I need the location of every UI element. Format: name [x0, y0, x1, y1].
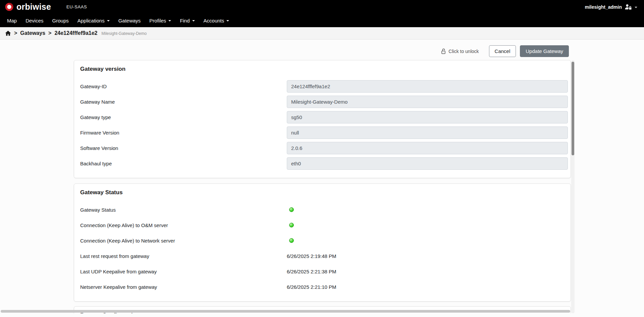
field-label: Last UDP Keepalive from gateway: [80, 269, 287, 274]
actions-row: Click to unlock Cancel Update Gateway: [0, 40, 571, 57]
nav-item-accounts[interactable]: Accounts: [199, 14, 234, 27]
main-nav: Map Devices Groups Applications Gateways…: [0, 14, 644, 27]
software-version-input[interactable]: [287, 142, 568, 154]
backhaul-type-input[interactable]: [287, 157, 568, 170]
breadcrumb-separator: >: [48, 30, 51, 36]
field-row: Firmware Version: [80, 125, 568, 140]
nav-label: Accounts: [204, 18, 224, 23]
orbiwise-logo-icon: [5, 2, 14, 11]
card-title: Gateway Status: [80, 189, 568, 196]
field-label: Connection (Keep Alive) to O&M server: [80, 222, 287, 228]
chevron-down-icon: [635, 7, 637, 8]
breadcrumb-gateway-name: Milesight-Gateway-Demo: [102, 31, 147, 36]
breadcrumb-separator: >: [14, 30, 17, 36]
status-row: Connection (Keep Alive) to O&M server: [80, 217, 568, 233]
field-label: Gateway Name: [80, 99, 287, 105]
last-rest-request-timestamp: 6/26/2025 2:19:48 PM: [287, 253, 336, 259]
gateway-status-card: Gateway Status Gateway Status Connection…: [74, 183, 571, 302]
field-label: Software Version: [80, 145, 287, 151]
top-bar: orbiwise EU-SAAS milesight_admin Map: [0, 0, 644, 27]
field-label: Gateway type: [80, 114, 287, 120]
breadcrumb: > Gateways > 24e124fffef9a1e2 Milesight-…: [0, 27, 644, 40]
nav-item-applications[interactable]: Applications: [73, 14, 114, 27]
status-led-green: [289, 238, 294, 243]
field-row: Gateway type: [80, 109, 568, 125]
unlock-label: Click to unlock: [448, 49, 479, 54]
field-label: Connection (Keep Alive) to Network serve…: [80, 238, 287, 244]
gateway-id-input[interactable]: [287, 80, 568, 93]
vertical-scrollbar-thumb[interactable]: [572, 62, 574, 155]
brand-logo[interactable]: orbiwise: [5, 2, 51, 12]
nav-label: Applications: [77, 18, 105, 23]
field-label: Netserver Keepalive from gateway: [80, 284, 287, 290]
top-bar-row1: orbiwise EU-SAAS milesight_admin: [0, 0, 644, 14]
chevron-down-icon: [192, 20, 195, 21]
field-row: Software Version: [80, 140, 568, 156]
user-lock-icon: [625, 4, 632, 10]
status-led-green: [289, 223, 294, 227]
home-link[interactable]: [5, 31, 11, 36]
status-row: Last rest request from gateway 6/26/2025…: [80, 248, 568, 264]
nav-label: Profiles: [149, 18, 166, 23]
nav-label: Devices: [25, 18, 43, 23]
gateway-version-card: Gateway version Gateway-ID Gateway Name …: [74, 60, 571, 178]
vertical-scrollbar[interactable]: [571, 60, 575, 313]
status-row: Last UDP Keepalive from gateway 6/26/202…: [80, 264, 568, 279]
netserver-keepalive-timestamp: 6/26/2025 2:21:10 PM: [287, 284, 336, 290]
horizontal-scrollbar[interactable]: [1, 310, 570, 313]
chevron-down-icon: [168, 20, 171, 21]
nav-item-map[interactable]: Map: [3, 14, 21, 27]
unlock-toggle[interactable]: Click to unlock: [441, 48, 479, 54]
home-icon: [5, 31, 11, 36]
status-row: Netserver Keepalive from gateway 6/26/20…: [80, 279, 568, 295]
breadcrumb-current-gateway-id: 24e124fffef9a1e2: [54, 30, 97, 36]
field-row: Gateway-ID: [80, 78, 568, 94]
chevron-down-icon: [226, 20, 229, 21]
horizontal-scrollbar-thumb[interactable]: [1, 310, 570, 313]
field-label: Last rest request from gateway: [80, 253, 287, 259]
status-led-green: [289, 207, 294, 212]
nav-item-find[interactable]: Find: [175, 14, 199, 27]
cancel-button[interactable]: Cancel: [489, 45, 516, 57]
brand-name: orbiwise: [16, 2, 51, 12]
scroll-region: Click to unlock Cancel Update Gateway Ga…: [0, 40, 571, 313]
field-label: Backhaul type: [80, 161, 287, 166]
user-name: milesight_admin: [585, 4, 622, 10]
breadcrumb-gateways-link[interactable]: Gateways: [20, 30, 45, 36]
gateway-type-input[interactable]: [287, 111, 568, 123]
nav-label: Gateways: [118, 18, 141, 23]
nav-label: Groups: [52, 18, 69, 23]
nav-item-gateways[interactable]: Gateways: [114, 14, 145, 27]
status-row: Gateway Status: [80, 202, 568, 217]
field-label: Firmware Version: [80, 130, 287, 136]
field-row: Backhaul type: [80, 156, 568, 171]
field-label: Gateway Status: [80, 207, 287, 213]
nav-label: Find: [180, 18, 190, 23]
firmware-version-input[interactable]: [287, 126, 568, 139]
nav-item-profiles[interactable]: Profiles: [145, 14, 175, 27]
page: orbiwise EU-SAAS milesight_admin Map: [0, 0, 644, 317]
user-menu[interactable]: milesight_admin: [585, 4, 637, 10]
field-row: Gateway Name: [80, 94, 568, 109]
status-row: Connection (Keep Alive) to Network serve…: [80, 233, 568, 248]
chevron-down-icon: [107, 20, 110, 21]
environment-label: EU-SAAS: [66, 4, 87, 9]
card-title: Gateway version: [80, 66, 568, 72]
unlock-icon: [441, 48, 446, 54]
nav-item-groups[interactable]: Groups: [48, 14, 73, 27]
gateway-name-input[interactable]: [287, 96, 568, 108]
update-gateway-button[interactable]: Update Gateway: [520, 45, 569, 57]
nav-item-devices[interactable]: Devices: [21, 14, 48, 27]
nav-label: Map: [7, 18, 17, 23]
last-udp-keepalive-timestamp: 6/26/2025 2:21:38 PM: [287, 269, 336, 274]
main-content: Click to unlock Cancel Update Gateway Ga…: [0, 40, 644, 317]
field-label: Gateway-ID: [80, 84, 287, 89]
